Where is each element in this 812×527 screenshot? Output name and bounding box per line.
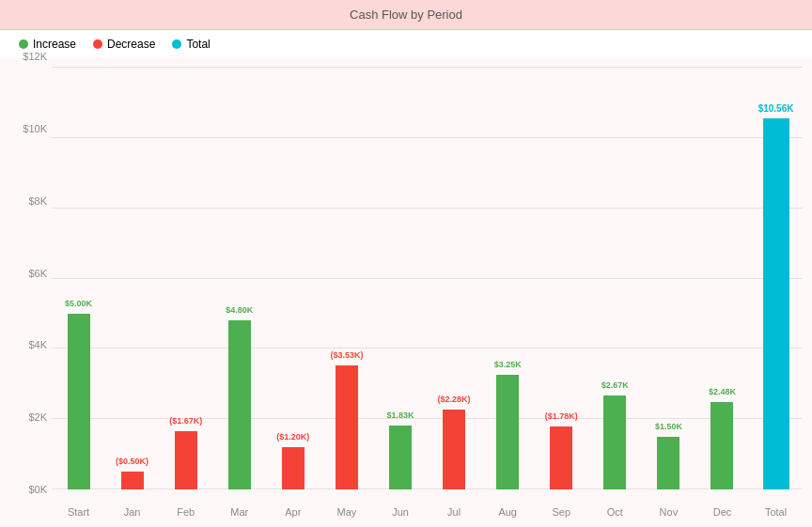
bar-increase: $5.00K [68, 314, 90, 489]
chart-title: Cash Flow by Period [0, 0, 812, 30]
bar-value-label: ($1.67K) [169, 416, 202, 426]
legend-item-decrease: Decrease [93, 38, 155, 51]
bar-group: $4.80K [212, 68, 266, 489]
bar-decrease: ($2.28K) [443, 410, 465, 489]
y-axis-label: $0K [0, 484, 47, 495]
bar-group: ($0.50K) [105, 68, 159, 489]
legend-item-total: Total [172, 38, 210, 51]
x-axis-label: Start [52, 506, 105, 518]
y-axis-label: $8K [0, 195, 47, 207]
y-axis-label: $6K [0, 268, 47, 279]
bar-value-label: ($1.20K) [276, 432, 309, 442]
bar-value-label: ($1.78K) [545, 411, 578, 421]
bar-increase: $1.50K [657, 437, 679, 489]
bar-group: ($1.20K) [266, 68, 320, 489]
x-axis-label: Nov [642, 506, 695, 518]
bar-value-label: $2.67K [601, 380, 629, 390]
bar-value-label: $10.56K [758, 103, 794, 114]
bar-value-label: ($2.28K) [438, 395, 471, 404]
bar-value-label: $3.25K [494, 360, 522, 369]
bar-group: ($2.28K) [428, 68, 481, 489]
x-axis-label: Mar [212, 506, 266, 518]
chart-wrapper: Cash Flow by Period Increase Decrease To… [0, 0, 812, 527]
x-axis-label: Feb [159, 506, 212, 518]
x-axis-label: Jun [373, 506, 427, 518]
bar-increase: $2.48K [710, 402, 733, 489]
total-label: Total [186, 38, 210, 51]
bar-group: $5.00K [52, 68, 105, 489]
bar-decrease: ($1.67K) [175, 431, 197, 489]
legend-item-increase: Increase [19, 38, 76, 51]
bar-value-label: ($0.50K) [116, 457, 148, 466]
x-axis-label: Jul [428, 506, 481, 518]
y-axis-label: $4K [0, 339, 47, 350]
bar-value-label: ($3.53K) [330, 350, 363, 360]
total-dot [172, 39, 181, 49]
x-labels: StartJanFebMarAprMayJunJulAugSepOctNovDe… [52, 506, 803, 518]
bar-group: $3.25K [481, 68, 535, 489]
increase-label: Increase [33, 38, 76, 51]
chart-area: $5.00K($0.50K)($1.67K)$4.80K($1.20K)($3.… [0, 58, 812, 527]
increase-dot [19, 39, 28, 49]
bar-value-label: $2.48K [709, 387, 736, 396]
bar-group: $2.48K [695, 68, 749, 489]
legend: Increase Decrease Total [0, 30, 812, 58]
x-axis-label: Total [749, 506, 803, 518]
bar-decrease: ($1.78K) [550, 426, 572, 489]
bar-group: $2.67K [588, 68, 642, 489]
bar-group: ($1.67K) [159, 68, 212, 489]
bar-decrease: ($1.20K) [282, 447, 304, 489]
y-axis-label: $12K [0, 51, 47, 62]
bar-group: ($1.78K) [535, 68, 588, 489]
bar-value-label: $1.83K [386, 411, 414, 420]
bar-total: $10.56K [763, 118, 789, 489]
bar-increase: $2.67K [603, 395, 626, 489]
y-axis-label: $10K [0, 123, 47, 134]
bar-group: $1.83K [373, 68, 427, 489]
x-axis-label: Dec [695, 506, 749, 518]
x-axis-label: Sep [535, 506, 588, 518]
bar-group: ($3.53K) [320, 68, 373, 489]
bar-group: $10.56K [749, 68, 803, 489]
x-axis-label: Jan [105, 506, 159, 518]
x-axis-label: Oct [588, 506, 642, 518]
bar-increase: $1.83K [389, 426, 412, 489]
y-axis-label: $2K [0, 411, 47, 423]
bar-increase: $4.80K [228, 320, 251, 489]
bar-value-label: $1.50K [655, 422, 682, 431]
x-axis-label: Aug [481, 506, 535, 518]
decrease-dot [93, 39, 102, 49]
x-axis-label: Apr [266, 506, 320, 518]
bar-decrease: ($0.50K) [121, 472, 144, 489]
bar-decrease: ($3.53K) [336, 365, 358, 489]
bar-increase: $3.25K [496, 375, 519, 489]
bar-value-label: $4.80K [226, 305, 253, 315]
decrease-label: Decrease [107, 38, 155, 51]
x-axis-label: May [320, 506, 373, 518]
bar-value-label: $5.00K [65, 299, 92, 308]
bar-group: $1.50K [642, 68, 695, 489]
bars-container: $5.00K($0.50K)($1.67K)$4.80K($1.20K)($3.… [52, 68, 803, 489]
